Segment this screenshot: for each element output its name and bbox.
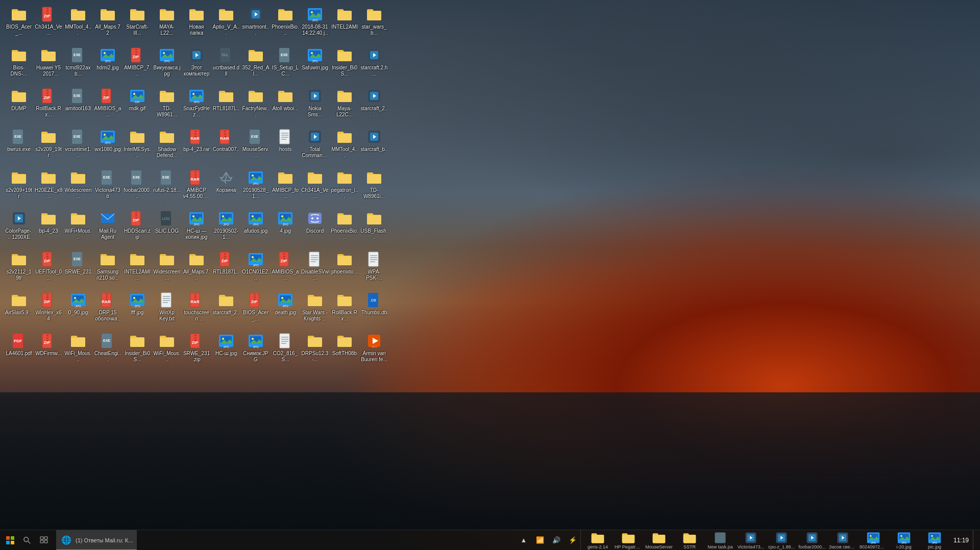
task-view-button[interactable] xyxy=(34,530,54,551)
desktop-icon-phoenixbio[interactable]: PhoenixBio... xyxy=(271,4,300,45)
desktop-icon-victoria-73b[interactable]: EXE Victona473b xyxy=(93,167,122,208)
desktop-icon-hdmi2-jpg[interactable]: JPG hdmi2.jpg xyxy=(93,45,122,86)
desktop-icon-winxp-key[interactable]: WinXp Key.txt xyxy=(152,290,182,331)
desktop-icon-352-red-al[interactable]: 352_Red_Al... xyxy=(241,45,271,86)
tray-chevron[interactable]: ▲ xyxy=(516,533,531,548)
desktop-icon-mail-ru[interactable]: Mail.Ru Agent xyxy=(93,208,122,249)
desktop-icon-safuwin[interactable]: JPG Safuwin.jpg xyxy=(300,45,330,86)
desktop-icon-discord[interactable]: Discord xyxy=(300,208,330,249)
start-button[interactable] xyxy=(0,530,20,551)
desktop-icon-td-w8961b[interactable]: TD-W8961i... xyxy=(359,167,389,208)
desktop-icon-factorynew[interactable]: FactryNew... xyxy=(241,86,271,127)
desktop-icon-winhex-x64[interactable]: ZIP WinHex_x64 xyxy=(34,290,63,331)
desktop-icon-hdd-scan[interactable]: ZIP HDDScan.zip xyxy=(122,208,152,249)
desktop-icon-snazfydhez[interactable]: JPG SnazFydHez... xyxy=(182,86,211,127)
taskbar-active-item[interactable]: 🌐 (1) Ответы Mail.ru: К... xyxy=(56,530,137,551)
desktop-icon-star-wars-b[interactable]: star_wars_b... xyxy=(359,4,389,45)
desktop-icon-starcraft-2b[interactable]: starcraft_2... xyxy=(211,290,241,331)
tray-item-gens-2-14[interactable]: gens-2.14 xyxy=(583,530,612,550)
desktop-icon-rtl8187l-2[interactable]: ZIP RTL8187L... xyxy=(211,249,241,290)
desktop-icon-amibios-a2[interactable]: ZIP AMIBIOS_a... xyxy=(271,249,300,290)
desktop-icon-widescreen2[interactable]: Widescreen... xyxy=(152,249,182,290)
desktop-icon-amibios-a[interactable]: ZIP AMIBIOS_a... xyxy=(93,86,122,127)
desktop-icon-snimok-jpg[interactable]: JPG Снимок.JPG xyxy=(241,331,271,371)
desktop-icon-usb-flash[interactable]: USB_Flash... xyxy=(359,208,389,249)
desktop-icon-bios-acer-b[interactable]: ZIP BIOS_Acer_... xyxy=(241,290,271,331)
desktop-icon-nokia-sms[interactable]: Nokia Sms... xyxy=(300,86,330,127)
desktop-icon-ch341a-ve2[interactable]: Ch341A_Ve... xyxy=(300,167,330,208)
desktop-icon-colorpage[interactable]: ColorPage-... 1200XE xyxy=(4,208,34,249)
desktop-icon-maya-l22[interactable]: MAYA-L22... xyxy=(152,4,182,45)
desktop-icon-dump[interactable]: DUMP xyxy=(4,86,34,127)
tray-item-victoria473[interactable]: Victoria473... xyxy=(736,530,766,550)
desktop-icon-novaya-papka[interactable]: Новая папка xyxy=(182,4,211,45)
tray-item-cpu-z-188[interactable]: cpu-z_1.88... xyxy=(767,530,796,550)
desktop-icon-s2v2112-19[interactable]: s2v2112_19tr xyxy=(4,249,34,290)
desktop-icon-insider-bi0s2[interactable]: Insider_Bi0S... xyxy=(122,331,152,371)
tray-network[interactable]: 📶 xyxy=(532,533,548,548)
tray-battery[interactable]: ⚡ xyxy=(565,533,580,548)
desktop-icon-drpsu123[interactable]: DRPSu12.3-... xyxy=(300,331,330,371)
desktop-icon-all-maps-7[interactable]: All_Maps.7... xyxy=(182,249,211,290)
desktop-icon-afudos-jpg[interactable]: JPG afudos.jpg xyxy=(241,208,271,249)
desktop-icon-rollback-rx[interactable]: ZIP RollBack.Rx... xyxy=(34,86,63,127)
tray-item-mouseserver[interactable]: MouseServer xyxy=(644,530,674,550)
desktop-icon-shadow-def[interactable]: Shadow Defend... xyxy=(152,127,182,167)
desktop-icon-o1cn01e2[interactable]: JPG O1CN01E2... xyxy=(241,249,271,290)
desktop-icon-s2v209-19tr[interactable]: s2v209_19tr xyxy=(34,127,63,167)
tray-item-foobar2000-t[interactable]: foobar2000... xyxy=(797,530,827,550)
desktop-icon-rollback-rx2[interactable]: RollBack.Rx... xyxy=(330,290,359,331)
desktop-icon-s2v209-19[interactable]: s2v209+19tr xyxy=(4,167,34,208)
desktop-icon-softthi08b[interactable]: SoftTH08b xyxy=(330,331,359,371)
desktop-icon-phoenixbio2[interactable]: PhoenixBio... xyxy=(330,208,359,249)
desktop-icon-vikyesaxa-jpg[interactable]: JPG Викуеакса.jpg xyxy=(152,45,182,86)
desktop-icon-samsung-n210[interactable]: Samsung n210 so... xyxy=(93,249,122,290)
desktop-icon-etot-komputer[interactable]: Этот компьютер xyxy=(182,45,211,86)
desktop-icon-drp-15[interactable]: RAR DRP 15 оболочка.rar xyxy=(93,290,122,331)
desktop-icon-airslax-59[interactable]: AirSlax5.9... xyxy=(4,290,34,331)
desktop-icon-intel2ami-2[interactable]: INTEL2AMI... xyxy=(122,249,152,290)
desktop-icon-mmtool-4[interactable]: MMTool_4... xyxy=(63,4,93,45)
desktop-icon-h20eze-x8[interactable]: H20EZE_x8... xyxy=(34,167,63,208)
desktop-icon-widescreen[interactable]: Widescreen... xyxy=(63,167,93,208)
desktop-icon-bp-4-23[interactable]: bp-4_23 xyxy=(34,208,63,249)
desktop-icon-ch341a-ve[interactable]: ZIP Ch341A_Ve... xyxy=(34,4,63,45)
desktop-icon-hc-sh-jpg[interactable]: JPG HC-ш.jpg xyxy=(211,331,241,371)
desktop-icon-amibcp-fo[interactable]: AMIBCP_fo... xyxy=(271,167,300,208)
desktop-icon-cheateng[interactable]: EXE CheatEngi... xyxy=(93,331,122,371)
desktop-icon-fff-jpg[interactable]: JPG fff.jpg xyxy=(122,290,152,331)
desktop-icon-slic-log[interactable]: LOG SLIC.LOG xyxy=(152,208,182,249)
desktop-icon-thumbs-db[interactable]: .DB Thumbs.db xyxy=(359,290,389,331)
desktop-icon-smartmont[interactable]: smartmont... xyxy=(241,4,271,45)
desktop-icon-star-wars-knights[interactable]: Star Wars - Knights ... xyxy=(300,290,330,331)
desktop-icon-date-jpg[interactable]: JPG 2018-08-31 14:22:40.jpg xyxy=(300,4,330,45)
tray-item-pic-jpg[interactable]: JPG pic.jpg xyxy=(920,530,949,550)
desktop-icon-rtl8187l[interactable]: RTL8187L... xyxy=(211,86,241,127)
desktop-icon-intel2ami[interactable]: INTEL2AMI xyxy=(330,4,359,45)
desktop-icon-wdfirmw[interactable]: ZIP WDFirmw... xyxy=(34,331,63,371)
desktop-icon-bp-4-23-rar[interactable]: RAR bp-4_23.rar xyxy=(182,127,211,167)
taskbar-search[interactable] xyxy=(20,530,34,551)
desktop-icon-starcraft-ill[interactable]: StarCraft-Ill... xyxy=(122,4,152,45)
desktop-icon-rufus-218[interactable]: EXE rufus-2.18... xyxy=(152,167,182,208)
desktop-icon-contra007[interactable]: RAR Contra007... xyxy=(211,127,241,167)
desktop-icon-la4601-pdf[interactable]: PDF LA4601.pdf xyxy=(4,331,34,371)
desktop-icon-tcmd922ax[interactable]: EXE tcmd922axb... xyxy=(63,45,93,86)
desktop-icon-armin-van-buuren[interactable]: MP4 Armin van Buuren fe... xyxy=(359,331,389,371)
desktop-icon-all-maps-72[interactable]: All_Maps.72 xyxy=(93,4,122,45)
desktop-icon-foobar2000[interactable]: EXE foobar2000... xyxy=(122,167,152,208)
desktop-icon-20190502[interactable]: JPG 20190502-1... xyxy=(211,208,241,249)
desktop-icon-is-setup-lc[interactable]: EXE IS_Setup_LC... xyxy=(271,45,300,86)
desktop-icon-pegatron-i[interactable]: pegatron_i... xyxy=(330,167,359,208)
desktop-icon-ucrtbased[interactable]: DLL ucrtbased.dll xyxy=(211,45,241,86)
desktop-icon-wx1080-jpg[interactable]: JPG wx1080.jpg xyxy=(93,127,122,167)
desktop-icon-td-w8961[interactable]: TD-W8961... xyxy=(152,86,182,127)
desktop-icon-death-jpg[interactable]: JPG death.jpg xyxy=(271,290,300,331)
desktop-icon-amibcp-7[interactable]: ZIP AMIBCP_7... xyxy=(122,45,152,86)
desktop-icon-disable-svw[interactable]: DisableSVw... xyxy=(300,249,330,290)
desktop-icon-touchscreen[interactable]: RAR touchscreen software.rar xyxy=(182,290,211,331)
desktop-icon-starcraft-b[interactable]: starcraft_b... xyxy=(359,127,389,167)
desktop-icon-wifi-mous3[interactable]: WiFi_Mous... xyxy=(152,331,182,371)
desktop-icon-huawei-y5[interactable]: Huawei Y5 2017 Maya-... xyxy=(34,45,63,86)
tray-item-sstr[interactable]: SSTR xyxy=(675,530,704,550)
